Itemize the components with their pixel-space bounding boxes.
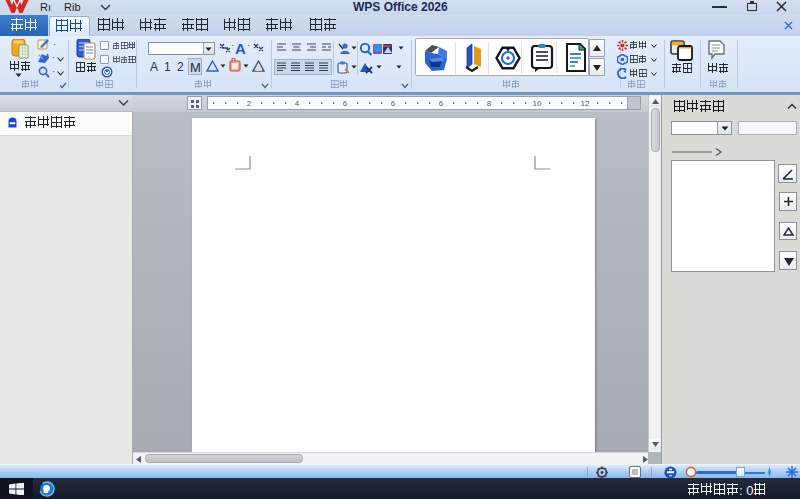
svg-text:4: 4	[295, 99, 300, 108]
svg-text:6: 6	[343, 99, 348, 108]
svg-text:6: 6	[439, 99, 444, 108]
svg-text:2: 2	[247, 99, 252, 108]
svg-text:10: 10	[533, 99, 542, 108]
svg-text:6: 6	[391, 99, 396, 108]
svg-text:8: 8	[487, 99, 492, 108]
svg-text:12: 12	[581, 99, 590, 108]
